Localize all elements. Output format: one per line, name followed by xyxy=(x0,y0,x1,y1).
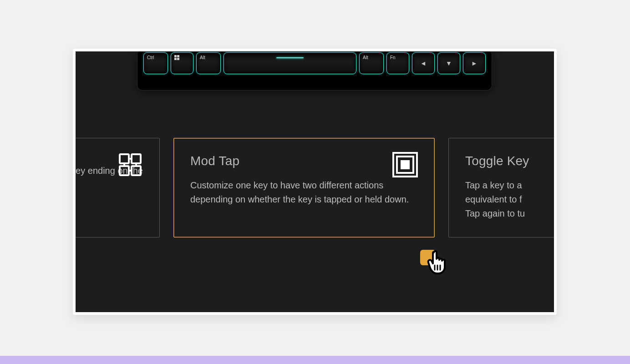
feature-card-title: Mod Tap xyxy=(190,154,418,168)
kb-key-label: Alt xyxy=(363,55,368,60)
kb-key-alt-left[interactable]: Alt xyxy=(196,52,221,74)
kb-key-label: ◄ xyxy=(420,60,427,67)
windows-icon xyxy=(174,55,179,60)
feature-card-description: Tap a key to aequivalent to fTap again t… xyxy=(465,178,554,221)
kb-key-label: ► xyxy=(471,60,478,67)
kb-key-label: Fn xyxy=(390,55,396,60)
screenshot-frame: Ctrl Alt Alt Fn ◄ ▼ ► xyxy=(73,49,557,315)
keyboard-bottom-row: Ctrl Alt Alt Fn ◄ ▼ ► xyxy=(143,52,486,83)
kb-key-arrow-down[interactable]: ▼ xyxy=(437,52,460,74)
cursor-overlay xyxy=(420,247,457,283)
svg-rect-3 xyxy=(177,58,179,60)
feature-card-toggle-key[interactable]: Toggle Key Tap a key to aequivalent to f… xyxy=(448,138,554,238)
kb-key-label: Ctrl xyxy=(147,55,154,60)
feature-cards-row: for a single key ending on the Mod Tap C… xyxy=(76,138,554,238)
page-footer-accent xyxy=(0,356,630,364)
pointer-hand-icon xyxy=(425,247,454,276)
kb-key-space[interactable] xyxy=(224,52,356,74)
kb-key-win[interactable] xyxy=(171,52,193,74)
feature-card-mod-tap[interactable]: Mod Tap Customize one key to have two di… xyxy=(173,138,435,238)
svg-rect-14 xyxy=(401,160,410,169)
kb-key-arrow-left[interactable]: ◄ xyxy=(412,52,435,74)
multi-key-icon xyxy=(117,151,144,178)
keyboard-preview: Ctrl Alt Alt Fn ◄ ▼ ► xyxy=(137,51,492,91)
kb-key-fn[interactable]: Fn xyxy=(386,52,409,74)
svg-rect-0 xyxy=(174,55,177,57)
app-surface: Ctrl Alt Alt Fn ◄ ▼ ► xyxy=(76,51,554,312)
svg-rect-1 xyxy=(177,55,179,57)
feature-card-title: Toggle Key xyxy=(465,154,554,168)
nested-square-icon xyxy=(391,151,419,178)
svg-rect-4 xyxy=(120,154,129,163)
feature-card-description: Customize one key to have two different … xyxy=(190,178,418,207)
kb-key-arrow-right[interactable]: ► xyxy=(463,52,486,74)
svg-rect-6 xyxy=(120,166,129,175)
svg-rect-7 xyxy=(132,166,141,175)
kb-key-label: ▼ xyxy=(446,60,452,67)
kb-key-alt-right[interactable]: Alt xyxy=(359,52,384,74)
kb-key-ctrl[interactable]: Ctrl xyxy=(143,52,168,74)
svg-rect-2 xyxy=(174,58,177,60)
svg-rect-5 xyxy=(132,154,141,163)
kb-key-label: Alt xyxy=(200,55,205,60)
feature-card-previous[interactable]: for a single key ending on the xyxy=(76,138,160,238)
